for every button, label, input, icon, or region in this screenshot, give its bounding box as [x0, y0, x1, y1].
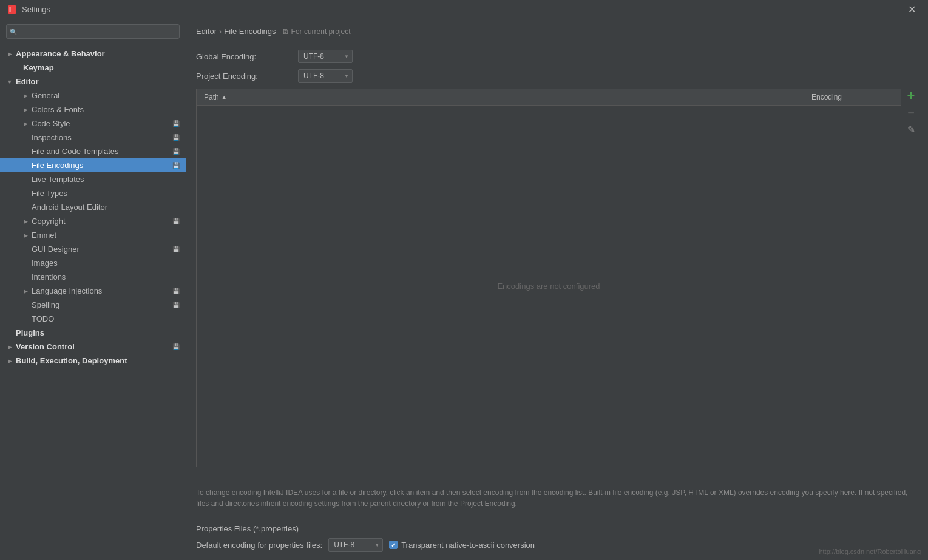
sidebar-item-label: Inspections	[32, 133, 72, 142]
sidebar: ▶ Appearance & Behavior Keymap ▼ Editor …	[0, 19, 186, 560]
sidebar-item-label: File Types	[32, 189, 67, 198]
sidebar-item-appearance[interactable]: ▶ Appearance & Behavior	[0, 47, 186, 61]
search-box	[0, 19, 186, 44]
save-icon: 💾	[172, 134, 180, 141]
save-icon: 💾	[172, 218, 180, 224]
arrow-icon: ▶	[6, 357, 13, 365]
sidebar-item-inspections[interactable]: Inspections 💾	[0, 130, 186, 144]
arrow-icon: ▶	[22, 106, 29, 113]
sidebar-item-file-code-templates[interactable]: File and Code Templates 💾	[0, 144, 186, 158]
arrow-icon: ▼	[6, 78, 13, 86]
sidebar-item-label: Emmet	[32, 231, 56, 240]
sidebar-item-colors-fonts[interactable]: ▶ Colors & Fonts	[0, 103, 186, 116]
arrow-placeholder	[22, 274, 29, 281]
save-icon: 💾	[172, 302, 180, 308]
breadcrumb-sep: ›	[219, 27, 222, 36]
arrow-icon: ▶	[22, 92, 29, 100]
save-icon: 💾	[172, 288, 180, 294]
arrow-placeholder	[22, 246, 29, 253]
sidebar-item-label: Version Control	[16, 342, 75, 351]
remove-encoding-button[interactable]: −	[904, 106, 918, 120]
path-column-header: Path ▲	[197, 93, 804, 101]
sidebar-item-label: Copyright	[32, 217, 66, 226]
arrow-icon: ▶	[6, 50, 13, 58]
table-header: Path ▲ Encoding	[197, 89, 901, 106]
arrow-placeholder	[22, 315, 29, 323]
global-encoding-wrapper: UTF-8	[298, 50, 353, 63]
arrow-icon: ▶	[22, 288, 29, 295]
global-encoding-select[interactable]: UTF-8	[298, 50, 353, 63]
footer-url: http://blog.csdn.net/RobertoHuang	[819, 548, 921, 555]
close-button[interactable]: ✕	[903, 2, 921, 17]
sidebar-item-images[interactable]: Images	[0, 256, 186, 270]
edit-encoding-button[interactable]: ✎	[904, 123, 918, 137]
arrow-icon: ▶	[22, 218, 29, 225]
arrow-icon: ▶	[6, 343, 13, 351]
sidebar-item-label: TODO	[32, 314, 54, 323]
sidebar-item-label: General	[32, 91, 59, 100]
info-text: To change encoding IntelliJ IDEA uses fo…	[196, 482, 918, 514]
title-bar: I Settings ✕	[0, 0, 928, 19]
breadcrumb-editor: Editor	[196, 27, 217, 36]
breadcrumb: Editor › File Encodings 🖹 For current pr…	[186, 19, 928, 41]
properties-encoding-wrapper: UTF-8	[328, 538, 383, 552]
project-icon: 🖹	[282, 28, 289, 35]
arrow-placeholder	[13, 64, 21, 72]
content-area: ▶ Appearance & Behavior Keymap ▼ Editor …	[0, 19, 928, 560]
sidebar-item-label: Build, Execution, Deployment	[16, 356, 127, 365]
search-wrapper	[6, 24, 180, 39]
encoding-column-header: Encoding	[804, 93, 901, 101]
add-encoding-button[interactable]: +	[904, 89, 918, 103]
sidebar-item-label: Language Injections	[32, 286, 102, 295]
save-icon: 💾	[172, 246, 180, 252]
window-title: Settings	[22, 5, 903, 14]
arrow-placeholder	[6, 329, 13, 337]
main-panel: Editor › File Encodings 🖹 For current pr…	[186, 19, 928, 560]
save-icon: 💾	[172, 343, 180, 350]
sidebar-item-android-layout[interactable]: Android Layout Editor	[0, 200, 186, 214]
arrow-placeholder	[22, 176, 29, 183]
project-encoding-wrapper: UTF-8	[298, 69, 353, 83]
global-encoding-label: Global Encoding:	[196, 52, 293, 61]
sidebar-item-file-encodings[interactable]: File Encodings 💾	[0, 158, 186, 172]
sidebar-item-emmet[interactable]: ▶ Emmet	[0, 228, 186, 242]
sidebar-item-language-injections[interactable]: ▶ Language Injections 💾	[0, 284, 186, 298]
transparent-label: Transparent native-to-ascii conversion	[401, 541, 535, 550]
sidebar-item-gui-designer[interactable]: GUI Designer 💾	[0, 242, 186, 256]
sidebar-item-label: Spelling	[32, 300, 59, 309]
sidebar-item-label: GUI Designer	[32, 245, 80, 254]
sidebar-item-build-execution[interactable]: ▶ Build, Execution, Deployment	[0, 354, 186, 368]
project-label: For current project	[291, 27, 351, 36]
transparent-checkbox-wrapper[interactable]: Transparent native-to-ascii conversion	[389, 541, 535, 550]
sidebar-item-file-types[interactable]: File Types	[0, 186, 186, 200]
settings-content: Global Encoding: UTF-8 Project Encoding:…	[186, 41, 928, 560]
sidebar-item-copyright[interactable]: ▶ Copyright 💾	[0, 214, 186, 228]
sidebar-item-label: Plugins	[16, 328, 44, 337]
encodings-table: Path ▲ Encoding Encodings are not config…	[196, 89, 901, 467]
sidebar-item-intentions[interactable]: Intentions	[0, 270, 186, 284]
sidebar-item-label: Appearance & Behavior	[16, 49, 105, 58]
sidebar-item-spelling[interactable]: Spelling 💾	[0, 298, 186, 312]
sidebar-item-keymap[interactable]: Keymap	[0, 61, 186, 75]
transparent-checkbox[interactable]	[389, 541, 398, 549]
breadcrumb-page: File Encodings	[224, 27, 276, 36]
sidebar-item-code-style[interactable]: ▶ Code Style 💾	[0, 116, 186, 130]
properties-encoding-select[interactable]: UTF-8	[328, 538, 383, 552]
project-encoding-select[interactable]: UTF-8	[298, 69, 353, 83]
sidebar-item-general[interactable]: ▶ General	[0, 89, 186, 103]
table-body-empty: Encodings are not configured	[197, 106, 901, 467]
save-icon: 💾	[172, 148, 180, 155]
settings-window: I Settings ✕ ▶ Appearance & Behavior	[0, 0, 928, 560]
empty-message: Encodings are not configured	[497, 282, 600, 291]
sidebar-item-todo[interactable]: TODO	[0, 312, 186, 326]
search-input[interactable]	[6, 24, 180, 39]
arrow-icon: ▶	[22, 232, 29, 239]
sidebar-item-live-templates[interactable]: Live Templates	[0, 172, 186, 186]
sidebar-item-label: Keymap	[23, 63, 54, 72]
sidebar-item-label: Live Templates	[32, 175, 84, 184]
arrow-placeholder	[22, 190, 29, 197]
sidebar-item-editor[interactable]: ▼ Editor	[0, 75, 186, 89]
sidebar-item-version-control[interactable]: ▶ Version Control 💾	[0, 340, 186, 354]
sidebar-item-label: File Encodings	[32, 161, 83, 170]
sidebar-item-plugins[interactable]: Plugins	[0, 326, 186, 340]
